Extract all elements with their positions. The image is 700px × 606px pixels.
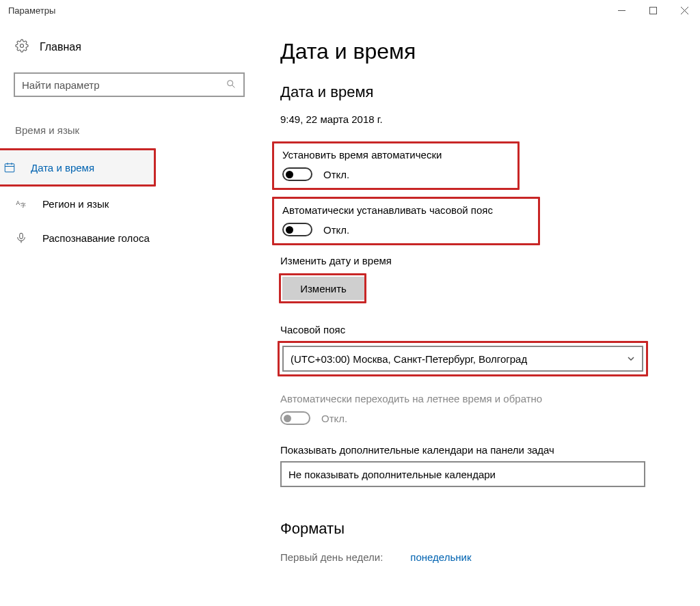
window-title: Параметры xyxy=(8,5,55,16)
page-title: Дата и время xyxy=(280,39,659,64)
microphone-icon xyxy=(15,232,29,244)
svg-rect-7 xyxy=(5,164,14,172)
change-button[interactable]: Изменить xyxy=(282,277,364,300)
sidebar: Главная Время и язык Дата и время A字 xyxy=(0,39,253,606)
nav-date-time[interactable]: Дата и время xyxy=(0,150,154,184)
section-heading: Время и язык xyxy=(14,124,253,136)
titlebar: Параметры xyxy=(0,0,700,22)
nav-label: Распознавание голоса xyxy=(42,232,150,244)
nav-region-language[interactable]: A字 Регион и язык xyxy=(0,187,253,221)
timezone-value: (UTC+03:00) Москва, Санкт-Петербург, Вол… xyxy=(291,353,527,365)
auto-time-block: Установить время автоматически Откл. xyxy=(272,141,520,190)
auto-time-label: Установить время автоматически xyxy=(282,149,509,161)
section-subhead: Дата и время xyxy=(280,83,659,101)
search-icon xyxy=(226,79,237,92)
auto-time-toggle[interactable] xyxy=(282,167,312,181)
search-input[interactable] xyxy=(14,72,245,97)
nav-label: Дата и время xyxy=(31,162,94,174)
auto-tz-toggle[interactable] xyxy=(282,223,312,236)
auto-time-state: Откл. xyxy=(323,169,349,180)
calendars-value: Не показывать дополнительные календари xyxy=(288,469,496,480)
timezone-dropdown[interactable]: (UTC+03:00) Москва, Санкт-Петербург, Вол… xyxy=(282,346,643,372)
dst-toggle xyxy=(280,411,310,425)
minimize-button[interactable] xyxy=(606,0,637,22)
search-field[interactable] xyxy=(22,79,226,91)
dst-label: Автоматически переходить на летнее время… xyxy=(280,393,659,404)
nav-speech[interactable]: Распознавание голоса xyxy=(0,221,253,255)
auto-tz-label: Автоматически устанавливать часовой пояс xyxy=(282,204,530,216)
auto-tz-state: Откл. xyxy=(323,224,349,236)
formats-heading: Форматы xyxy=(280,520,659,538)
change-dt-label: Изменить дату и время xyxy=(280,255,659,266)
calendars-dropdown[interactable]: Не показывать дополнительные календари xyxy=(280,461,645,487)
nav-label: Регион и язык xyxy=(42,198,109,210)
current-datetime: 9:49, 22 марта 2018 г. xyxy=(280,113,659,125)
svg-rect-13 xyxy=(20,233,23,238)
first-day-label: Первый день недели: xyxy=(280,551,383,563)
first-day-row: Первый день недели: понедельник xyxy=(280,551,659,563)
svg-point-5 xyxy=(228,80,233,85)
svg-rect-1 xyxy=(649,8,656,14)
content-pane: Дата и время Дата и время 9:49, 22 марта… xyxy=(253,39,700,606)
calendar-icon xyxy=(3,161,17,174)
home-label: Главная xyxy=(40,41,81,53)
language-icon: A字 xyxy=(15,197,29,210)
home-link[interactable]: Главная xyxy=(14,39,253,55)
first-day-value: понедельник xyxy=(410,551,471,563)
svg-text:字: 字 xyxy=(21,202,26,208)
dst-state: Откл. xyxy=(321,413,347,424)
timezone-label: Часовой пояс xyxy=(280,324,659,335)
close-button[interactable] xyxy=(669,0,700,22)
maximize-button[interactable] xyxy=(637,0,669,22)
chevron-down-icon xyxy=(627,353,635,365)
auto-tz-block: Автоматически устанавливать часовой пояс… xyxy=(272,197,540,245)
svg-point-4 xyxy=(21,44,24,48)
svg-text:A: A xyxy=(16,200,21,206)
calendars-label: Показывать дополнительные календари на п… xyxy=(280,444,659,456)
gear-icon xyxy=(15,39,29,55)
nav-list: Дата и время A字 Регион и язык Распознава… xyxy=(0,148,253,255)
svg-line-6 xyxy=(232,85,235,87)
